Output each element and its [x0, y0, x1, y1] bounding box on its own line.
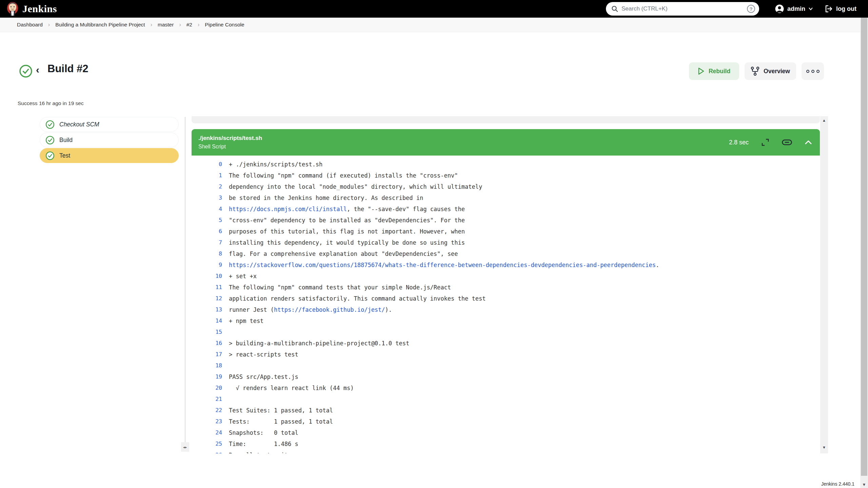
- console-text: be stored in the Jenkins home directory.…: [229, 195, 423, 201]
- line-number[interactable]: 14: [192, 318, 222, 324]
- stage-item-checkout-scm[interactable]: Checkout SCM: [40, 117, 179, 132]
- line-number[interactable]: 4: [192, 206, 222, 212]
- search-input[interactable]: [622, 5, 747, 12]
- line-number[interactable]: 21: [192, 396, 222, 402]
- line-number[interactable]: 5: [192, 217, 222, 223]
- breadcrumb-separator-icon: ›: [151, 22, 152, 28]
- link-icon[interactable]: [782, 139, 792, 145]
- console-link[interactable]: https://facebook.github.io/jest/: [274, 306, 385, 313]
- expand-icon[interactable]: [762, 139, 769, 146]
- pipeline-console-panel: ./jenkins/scripts/test.sh Shell Script 2…: [192, 116, 820, 453]
- line-number[interactable]: 8: [192, 250, 222, 257]
- help-icon[interactable]: ?: [747, 5, 755, 13]
- logout-button[interactable]: log out: [825, 5, 856, 13]
- console-text: The following "npm" command (if executed…: [229, 172, 458, 179]
- console-line: 17> react-scripts test: [192, 349, 820, 360]
- line-number[interactable]: 6: [192, 228, 222, 235]
- console-line: 18: [192, 360, 820, 371]
- line-number[interactable]: 15: [192, 329, 222, 335]
- line-number[interactable]: 16: [192, 340, 222, 346]
- line-number[interactable]: 18: [192, 362, 222, 369]
- rebuild-button[interactable]: Rebuild: [689, 62, 739, 80]
- console-line: 24Snapshots: 0 total: [192, 427, 820, 438]
- logout-label: log out: [836, 5, 856, 13]
- stage-item-test[interactable]: Test: [40, 148, 179, 163]
- line-text: Snapshots: 0 total: [229, 429, 298, 436]
- breadcrumb: Dashboard›Building a Multibranch Pipelin…: [0, 18, 868, 32]
- shell-step-titles: ./jenkins/scripts/test.sh Shell Script: [198, 135, 729, 150]
- console-scroll-up-icon[interactable]: ▲: [820, 118, 828, 122]
- build-status-text: Success 16 hr ago in 19 sec: [18, 100, 84, 106]
- console-scrollbar[interactable]: ▲ ▼: [820, 116, 828, 453]
- brand-title[interactable]: Jenkins: [22, 3, 57, 15]
- user-menu-button[interactable]: admin: [775, 4, 813, 14]
- line-number[interactable]: 13: [192, 306, 222, 313]
- panel-divider: [185, 117, 185, 452]
- console-text: Test Suites: 1 passed, 1 total: [229, 407, 333, 414]
- console-line: 22Test Suites: 1 passed, 1 total: [192, 405, 820, 416]
- shell-step-header[interactable]: ./jenkins/scripts/test.sh Shell Script 2…: [192, 129, 820, 156]
- console-line: 6purposes of this tutorial, this flag is…: [192, 226, 820, 237]
- console-text: Tests: 1 passed, 1 total: [229, 418, 333, 425]
- line-number[interactable]: 12: [192, 295, 222, 302]
- back-button[interactable]: ‹: [36, 63, 39, 77]
- console-line: 2dependency into the local "node_modules…: [192, 181, 820, 192]
- line-text: The following "npm" command (if executed…: [229, 172, 458, 179]
- line-number[interactable]: 9: [192, 262, 222, 268]
- stage-label: Test: [59, 152, 70, 159]
- previous-step-collapsed-bar[interactable]: [192, 116, 820, 123]
- line-number[interactable]: 7: [192, 239, 222, 246]
- line-number[interactable]: 17: [192, 351, 222, 358]
- page-scrollbar-thumb[interactable]: [861, 9, 867, 476]
- console-link[interactable]: https://docs.npmjs.com/cli/install: [229, 206, 347, 212]
- line-number[interactable]: 0: [192, 161, 222, 167]
- breadcrumb-item[interactable]: master: [158, 22, 174, 28]
- breadcrumb-item[interactable]: #2: [186, 22, 192, 28]
- jenkins-logo-icon[interactable]: [6, 1, 19, 16]
- line-number[interactable]: 26: [192, 452, 222, 453]
- console-line: 11The following "npm" command tests that…: [192, 282, 820, 293]
- line-number[interactable]: 11: [192, 284, 222, 290]
- rebuild-label: Rebuild: [709, 68, 730, 75]
- more-actions-button[interactable]: [802, 62, 824, 80]
- console-line: 9https://stackoverflow.com/questions/188…: [192, 259, 820, 270]
- line-number[interactable]: 2: [192, 183, 222, 190]
- console-line: 23Tests: 1 passed, 1 total: [192, 416, 820, 427]
- breadcrumb-item[interactable]: Building a Multibranch Pipeline Project: [55, 22, 145, 28]
- console-link[interactable]: https://stackoverflow.com/questions/1887…: [229, 262, 656, 268]
- console-text: application renders satisfactorily. This…: [229, 295, 486, 302]
- line-number[interactable]: 20: [192, 385, 222, 391]
- splitter-handle[interactable]: ◂▸: [181, 442, 189, 452]
- line-number[interactable]: 3: [192, 195, 222, 201]
- overview-button[interactable]: Overview: [745, 62, 796, 80]
- stage-success-icon: [45, 120, 55, 129]
- line-text: > react-scripts test: [229, 351, 298, 358]
- pipeline-overview-icon: [751, 66, 760, 76]
- page-scrollbar[interactable]: ▲ ▼: [860, 0, 868, 488]
- stage-label: Checkout SCM: [59, 121, 99, 128]
- line-number[interactable]: 23: [192, 418, 222, 425]
- console-line: 0+ ./jenkins/scripts/test.sh: [192, 159, 820, 170]
- console-text: dependency into the local "node_modules"…: [229, 183, 482, 190]
- collapse-chevron-up-icon[interactable]: [805, 140, 812, 144]
- line-number[interactable]: 10: [192, 273, 222, 279]
- line-number[interactable]: 19: [192, 373, 222, 380]
- line-number[interactable]: 24: [192, 429, 222, 436]
- console-text: flag. For a comprehensive explanation ab…: [229, 250, 458, 257]
- line-number[interactable]: 25: [192, 441, 222, 447]
- stage-item-build[interactable]: Build: [40, 133, 179, 147]
- console-text: runner Jest (: [229, 306, 274, 313]
- console-scroll-down-icon[interactable]: ▼: [820, 445, 828, 449]
- ellipsis-icon: [806, 70, 820, 73]
- line-text: https://stackoverflow.com/questions/1887…: [229, 262, 659, 268]
- search-box[interactable]: ?: [606, 2, 759, 16]
- line-number[interactable]: 22: [192, 407, 222, 413]
- page-title: Build #2: [47, 63, 88, 75]
- line-text: The following "npm" command tests that y…: [229, 284, 451, 291]
- page-scroll-down-icon[interactable]: ▼: [860, 482, 868, 487]
- breadcrumb-item[interactable]: Dashboard: [17, 22, 43, 28]
- line-number[interactable]: 1: [192, 172, 222, 179]
- line-text: Time: 1.486 s: [229, 441, 298, 447]
- breadcrumb-separator-icon: ›: [179, 22, 181, 28]
- shell-script-path: ./jenkins/scripts/test.sh: [198, 135, 729, 142]
